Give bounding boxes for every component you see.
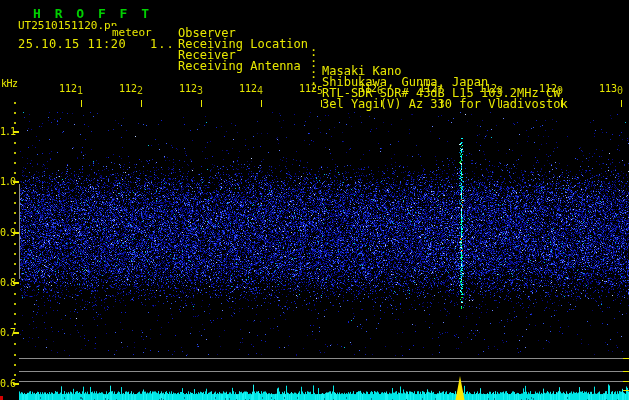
time-axis-label-main: 112	[179, 83, 197, 94]
time-axis-label: 1125	[299, 83, 323, 94]
freq-axis-label: 0.9	[0, 227, 15, 238]
time-axis-label-minute-digit: 5	[317, 85, 323, 96]
time-axis-label: 1123	[179, 83, 203, 94]
hrofft-window: H R O F F T UT2510151120.png meteor 25.1…	[0, 0, 629, 400]
time-axis-label-main: 112	[299, 83, 317, 94]
time-axis-label-minute-digit: 6	[377, 85, 383, 96]
time-axis-label-main: 112	[539, 83, 557, 94]
time-axis-label-minute-digit: 3	[197, 85, 203, 96]
time-axis-label-minute-digit: 1	[77, 85, 83, 96]
time-axis-label: 1127	[419, 83, 443, 94]
time-axis-label-main: 112	[59, 83, 77, 94]
time-axis-label: 1126	[359, 83, 383, 94]
time-axis-label-minute-digit: 9	[557, 85, 563, 96]
time-axis-label-minute-digit: 0	[617, 85, 623, 96]
freq-axis-label: 1.1	[0, 126, 15, 137]
station-row-value: 3el Yagi(V) Az 330 for Vladivostok	[322, 97, 568, 111]
time-axis-label: 1128	[479, 83, 503, 94]
time-axis-label-minute-digit: 4	[257, 85, 263, 96]
time-axis-label-main: 112	[119, 83, 137, 94]
freq-axis-unit: kHz	[1, 78, 18, 89]
observation-type-label: meteor	[110, 26, 152, 39]
station-row-label: Receiving Antenna	[178, 59, 301, 73]
freq-axis-label: 0.8	[0, 277, 15, 288]
time-axis-label-minute-digit: 8	[497, 85, 503, 96]
freq-axis-label: 0.7	[0, 327, 15, 338]
time-axis-label-main: 112	[419, 83, 437, 94]
time-axis-label: 1124	[239, 83, 263, 94]
freq-axis-label: 1.0	[0, 176, 15, 187]
time-axis-label-main: 112	[359, 83, 377, 94]
station-row: Receiving Antenna : 3el Yagi(V) Az 330 f…	[0, 40, 629, 52]
time-axis-label-minute-digit: 7	[437, 85, 443, 96]
time-axis-label: 1129	[539, 83, 563, 94]
time-axis-label-main: 113	[599, 83, 617, 94]
time-axis-label: 1121	[59, 83, 83, 94]
time-axis-label: 1130	[599, 83, 623, 94]
time-axis-label-minute-digit: 2	[137, 85, 143, 96]
time-axis-label-main: 112	[239, 83, 257, 94]
time-axis-label: 1122	[119, 83, 143, 94]
time-axis-label-main: 112	[479, 83, 497, 94]
freq-axis-label: 0.6	[0, 378, 15, 389]
